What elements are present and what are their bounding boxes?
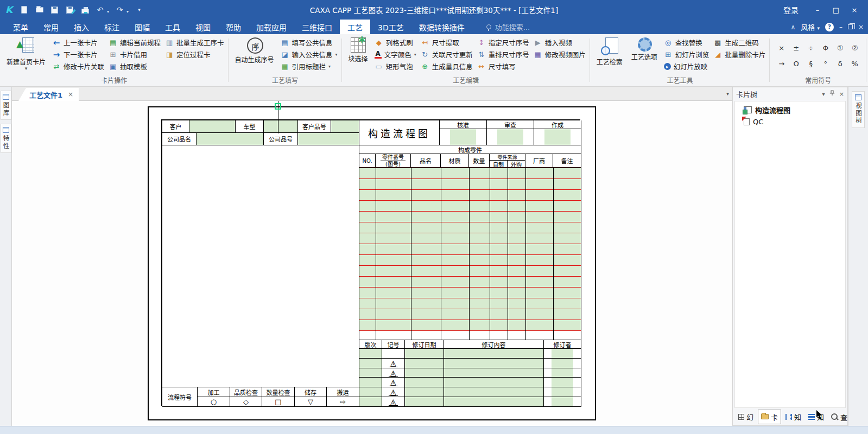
revision-cell[interactable] [405,387,444,397]
field-review[interactable] [487,129,534,145]
save-icon[interactable] [50,5,59,15]
revision-cell[interactable] [405,359,444,368]
修改卡片关联-button[interactable]: ⇄修改卡片关联 [52,61,104,72]
revision-cell[interactable] [444,359,544,368]
revision-cell[interactable] [444,387,544,397]
revision-cell[interactable] [359,349,382,359]
print-icon[interactable] [80,5,90,15]
panel-dropdown-icon[interactable]: ▾ [822,91,825,98]
mdi-restore-icon[interactable] [848,24,853,29]
field-customer-part-no[interactable] [331,120,359,133]
revision-cell[interactable] [444,378,544,387]
查找替换-button[interactable]: ◎查找替换 [664,37,709,48]
填写公共信息-button[interactable]: ▤填写公共信息 [281,37,338,48]
qat-customize-icon[interactable]: ▾ [135,5,144,15]
view-tree-tab[interactable]: 视图树 [852,91,865,128]
上一张卡片-button[interactable]: ←上一张卡片 [52,37,104,48]
undo-icon[interactable]: ↶ [96,5,105,15]
panel-tab-cards[interactable]: 卡 [758,410,781,424]
menu-tab-工具[interactable]: 工具 [157,20,188,34]
revision-cell[interactable] [544,397,581,407]
批量删除卡片-button[interactable]: ◢批量删除卡片 [713,49,765,60]
指定尺寸序号-button[interactable]: ↕指定尺寸序号 [477,37,529,48]
插入视频-button[interactable]: ▶插入视频 [534,37,586,48]
menu-tab-菜单[interactable]: 菜单 [5,20,36,34]
symbol-button-÷[interactable]: ÷ [804,42,818,55]
symbol-button-×[interactable]: × [775,42,788,55]
document-tab-close-icon[interactable]: × [68,91,73,98]
卡片借用-button[interactable]: ⊞卡片借用 [109,49,161,60]
新建首页卡片-button[interactable]: 新建首页卡片▾ [4,36,48,71]
生成二维码-button[interactable]: ▩生成二维码 [713,37,765,48]
tab-list-dropdown-icon[interactable]: ▾ [726,91,729,97]
style-menu[interactable]: 风格 ▾ [801,22,820,32]
maximize-button[interactable]: □ [828,3,844,16]
revision-cell[interactable] [359,397,382,407]
symbol-button-§[interactable]: § [804,58,818,71]
revision-cell[interactable] [444,397,544,407]
关联尺寸更新-button[interactable]: ↻关联尺寸更新 [421,49,473,60]
field-company-part-name[interactable] [197,133,264,145]
symbol-button-②[interactable]: ② [848,42,861,55]
drawing-canvas[interactable]: 客户 车型 客户品号 公司品名 公司品号 构造流程图 核准 审查 作成 [12,101,732,426]
panel-close-icon[interactable]: × [839,91,844,98]
列格式刷-button[interactable]: ◆列格式刷 [375,37,416,48]
revision-cell[interactable] [405,349,444,359]
生成量具信息-button[interactable]: ⊕生成量具信息 [421,61,473,72]
revision-cell[interactable] [544,349,581,359]
重排尺寸序号-button[interactable]: ⇅重排尺寸序号 [477,49,529,60]
symbol-button-Φ[interactable]: Φ [819,42,832,55]
new-file-icon[interactable] [20,5,29,15]
redo-dropdown-icon[interactable]: ▾ [126,9,129,15]
revision-cell[interactable] [544,378,581,387]
revision-cell[interactable] [382,349,405,359]
help-icon[interactable]: ? [825,23,834,31]
symbol-button-±[interactable]: ± [790,42,803,55]
field-create[interactable] [534,129,581,145]
块选择-button[interactable]: 块选择 [346,36,370,63]
menu-tab-视图[interactable]: 视图 [188,20,218,34]
下一张卡片-button[interactable]: →下一张卡片 [52,49,104,60]
文字颜色-button[interactable]: A文字颜色▾ [375,49,416,60]
menu-tab-3D工艺[interactable]: 3D工艺 [370,20,411,34]
revision-cell[interactable] [544,359,581,368]
revision-cell[interactable]: △4 [382,387,405,397]
revision-cell[interactable] [359,378,382,387]
revision-cell[interactable] [405,378,444,387]
mdi-minimize-icon[interactable]: – [839,23,842,31]
定位过程卡-button[interactable]: ◨定位过程卡 [165,49,224,60]
field-approve[interactable] [440,129,487,145]
parts-table-last-row[interactable] [359,330,581,340]
panel-tab-search[interactable]: 查 [828,410,850,424]
panel-tab-slides[interactable]: 幻 [736,410,756,424]
left-dock-tab-properties[interactable]: 特性 [1,124,11,153]
menu-tab-帮助[interactable]: 帮助 [218,20,249,34]
field-model[interactable] [264,120,298,133]
close-button[interactable]: × [846,3,863,16]
save-as-icon[interactable] [65,5,74,15]
document-tab[interactable]: 工艺文件1 × [18,88,79,101]
工艺选项-button[interactable]: 工艺选项 [629,36,660,62]
tree-item-QC[interactable]: QC [735,116,845,127]
revision-cell[interactable]: △5 [382,397,405,407]
自动生成序号-button[interactable]: 自动生成序号 [233,36,276,65]
symbol-button-→[interactable]: → [775,58,788,71]
revision-cell[interactable]: △2 [382,368,405,378]
矩形气泡-button[interactable]: ▭矩形气泡 [375,61,416,72]
symbol-button-①[interactable]: ① [834,42,847,55]
panel-tab-nodes[interactable]: 知 [783,410,804,424]
抽取模板-button[interactable]: ▣抽取模板 [109,61,161,72]
revision-cell[interactable] [405,397,444,407]
menu-tab-标注[interactable]: 标注 [97,20,127,34]
symbol-button-Ω[interactable]: Ω [790,58,803,71]
menu-tab-三维接口[interactable]: 三维接口 [294,20,340,34]
menu-tab-常用[interactable]: 常用 [36,20,66,34]
menu-tab-图幅[interactable]: 图幅 [127,20,157,34]
幻灯片放映-button[interactable]: ▸幻灯片放映 [664,61,709,72]
mdi-close-icon[interactable]: × [858,23,864,31]
revision-cell[interactable] [544,387,581,397]
collapse-ribbon-icon[interactable]: ∧ [790,23,795,31]
function-search[interactable]: 功能搜索... [486,20,530,34]
revision-cell[interactable] [444,368,544,378]
parts-table-rows[interactable] [359,168,581,330]
